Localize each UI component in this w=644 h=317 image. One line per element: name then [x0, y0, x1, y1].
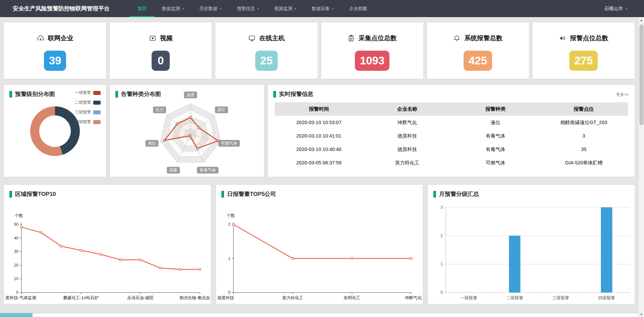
stat-head: 报警点位总数: [533, 34, 635, 43]
caret-down-icon: ▾: [626, 7, 627, 10]
svg-text:个数: 个数: [15, 213, 23, 218]
panel-daily-alarm-top5: 日报警量TOP5公司 012个数德昊科技英力特化工东明化工坤辉气化: [216, 185, 423, 304]
stat-card-system-alarms: 系统报警总数 425: [427, 22, 529, 79]
scrollbar-thumb[interactable]: [639, 24, 644, 125]
panel-title: 预警级别分布图: [9, 90, 55, 98]
cell-alarm-type: 有毒气体: [451, 129, 540, 143]
stat-head: 采集点位总数: [321, 34, 423, 43]
scroll-up-icon[interactable]: ▲: [639, 18, 644, 22]
nav-item-label: 预警信息: [237, 6, 255, 12]
cell-enterprise-name: 坤辉气化: [363, 116, 451, 129]
cell-enterprise-name: 英力特化工: [363, 156, 451, 169]
title-accent-bar: [221, 191, 224, 198]
nav-item-warning-info[interactable]: 预警信息 ▾: [229, 0, 267, 17]
stat-card-online-hosts: 在线主机 25: [215, 22, 317, 79]
speaker-icon: [559, 35, 566, 42]
svg-text:10: 10: [14, 276, 19, 281]
cell-alarm-type: 有毒气体: [451, 143, 540, 156]
stat-head: 在线主机: [215, 34, 317, 43]
title-accent-bar: [433, 191, 436, 198]
nav-menu: 首页 数据监测 ▾ 历史数据 ▾ 预警信息 ▾ 视频监测 ▾ 数据采集 ▾ 企业…: [130, 0, 375, 17]
more-link[interactable]: 更多>>: [616, 92, 629, 98]
legend-swatch: [93, 120, 101, 124]
stat-label: 在线主机: [259, 34, 285, 43]
panel-title: 告警种类分布图: [115, 90, 161, 98]
scrollbar[interactable]: ▲ ▼: [638, 17, 644, 317]
caret-down-icon: ▾: [257, 7, 259, 10]
monthly-summary-chart: 0123一级预警二级预警三级预警四级预警: [428, 185, 634, 304]
table-row: 2020-03-05 08:37:59 英力特化工 可燃气体 GIA-520单体…: [275, 156, 628, 169]
nav-item-label: 视频监测: [274, 6, 292, 12]
svg-text:温度: 温度: [186, 93, 195, 97]
svg-text:压力: 压力: [156, 107, 164, 112]
legend-swatch: [93, 101, 101, 105]
nav-item-label: 企业档案: [349, 6, 367, 12]
svg-text:0: 0: [228, 290, 230, 295]
svg-text:2: 2: [440, 233, 443, 238]
nav-item-history-data[interactable]: 历史数据 ▾: [192, 0, 229, 17]
cell-alarm-type: 可燃气体: [451, 156, 540, 169]
cloud-upload-icon: [37, 35, 44, 42]
col-header-alarm-time: 报警时间: [275, 102, 363, 116]
svg-text:永润石油-罐区: 永润石油-罐区: [127, 296, 154, 300]
stat-value-badge: 425: [464, 51, 492, 71]
svg-text:20: 20: [14, 263, 19, 268]
panel-title-text: 月预警分级汇总: [439, 190, 479, 198]
realtime-alarm-table: 报警时间 企业名称 报警种类 报警点位 2020-03-10 10:53:07 …: [275, 102, 628, 169]
svg-text:荆洪生物-氧化反: 荆洪生物-氧化反: [179, 296, 210, 300]
stat-value-badge: 25: [255, 51, 278, 71]
table-row: 2020-03-10 10:40:40 德昊科技 有毒气体 35: [275, 143, 628, 156]
alarm-type-radar-chart: 温度其它可燃气体有毒气体流量液位压力: [110, 85, 264, 177]
stat-label: 视频: [160, 34, 173, 43]
stat-value-badge: 0: [152, 51, 170, 71]
region-selector[interactable]: 石嘴山市 ▾: [604, 0, 627, 17]
panel-title-text: 预警级别分布图: [15, 90, 55, 98]
svg-text:40: 40: [14, 236, 19, 241]
title-accent-bar: [9, 191, 12, 198]
col-header-enterprise-name: 企业名称: [363, 102, 451, 116]
svg-text:0: 0: [440, 290, 443, 295]
panel-title-text: 告警种类分布图: [121, 90, 161, 98]
cell-alarm-time: 2020-03-10 10:53:07: [275, 116, 363, 129]
table-row: 2020-03-10 10:53:07 坤辉气化 液位 精醇南罐液位GT_203: [275, 116, 628, 129]
scroll-down-icon[interactable]: ▼: [639, 313, 644, 316]
svg-text:四级预警: 四级预警: [598, 296, 615, 300]
svg-text:其它: 其它: [217, 107, 225, 112]
warning-level-donut-chart: [28, 104, 82, 158]
legend-label: 一级预警: [75, 90, 91, 96]
region-name: 石嘴山市: [604, 6, 623, 12]
svg-text:1: 1: [440, 262, 443, 266]
monitor-icon: [248, 35, 256, 42]
svg-text:东明化工: 东明化工: [343, 296, 360, 300]
nav-item-label: 数据监测: [162, 6, 180, 12]
svg-text:昊科技-气体监测: 昊科技-气体监测: [5, 296, 36, 300]
video-icon: [149, 35, 156, 42]
stat-head: 视频: [110, 34, 212, 43]
cell-alarm-time: 2020-03-10 10:41:01: [275, 129, 363, 143]
svg-text:1: 1: [228, 256, 230, 261]
col-header-alarm-type: 报警种类: [451, 102, 540, 116]
nav-item-home[interactable]: 首页: [130, 0, 154, 17]
stat-card-video: 视频 0: [110, 22, 212, 79]
legend-item-level1[interactable]: 一级预警: [75, 90, 101, 96]
panel-realtime-alarm-info: 实时报警信息 更多>> 报警时间 企业名称 报警种类 报警点位 2020-03-…: [268, 85, 635, 177]
top-nav: 安全生产风险预警防控物联网管理平台 首页 数据监测 ▾ 历史数据 ▾ 预警信息 …: [0, 0, 644, 17]
svg-text:液位: 液位: [148, 141, 156, 146]
nav-item-enterprise-archive[interactable]: 企业档案: [341, 0, 375, 17]
panel-title-text: 日报警量TOP5公司: [227, 190, 276, 198]
nav-item-video-monitor[interactable]: 视频监测 ▾: [267, 0, 304, 17]
panel-alarm-type-distribution: 告警种类分布图 温度其它可燃气体有毒气体流量液位压力: [110, 85, 264, 177]
stat-cards-row: 联网企业 39 视频 0 在线主机 25 采集点位总数 1093: [4, 22, 635, 79]
legend-swatch: [93, 110, 101, 114]
cell-alarm-point: 精醇南罐液位GT_203: [540, 116, 628, 129]
legend-swatch: [93, 91, 101, 95]
app-title: 安全生产风险预警防控物联网管理平台: [13, 0, 110, 17]
nav-item-data-collection[interactable]: 数据采集 ▾: [304, 0, 341, 17]
svg-text:有毒气体: 有毒气体: [199, 168, 216, 172]
title-accent-bar: [273, 91, 276, 98]
panel-title: 月预警分级汇总: [433, 190, 479, 198]
panel-region-alarm-top10: 区域报警TOP10 01020304050个数昊科技-气体监测鹏盛化工-1#电石…: [4, 185, 211, 304]
nav-item-label: 历史数据: [200, 6, 218, 12]
stat-card-connected-enterprises: 联网企业 39: [4, 22, 106, 79]
nav-item-data-monitor[interactable]: 数据监测 ▾: [154, 0, 192, 17]
